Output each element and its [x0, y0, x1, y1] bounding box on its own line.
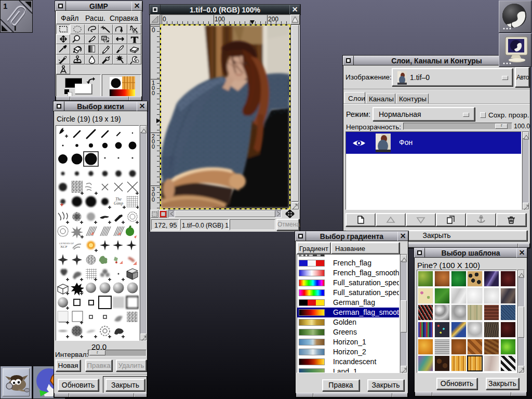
svg-text:1: 1: [3, 2, 7, 10]
svg-text:Gimp: Gimp: [114, 201, 123, 206]
svg-text:XCF: XCF: [60, 245, 68, 249]
